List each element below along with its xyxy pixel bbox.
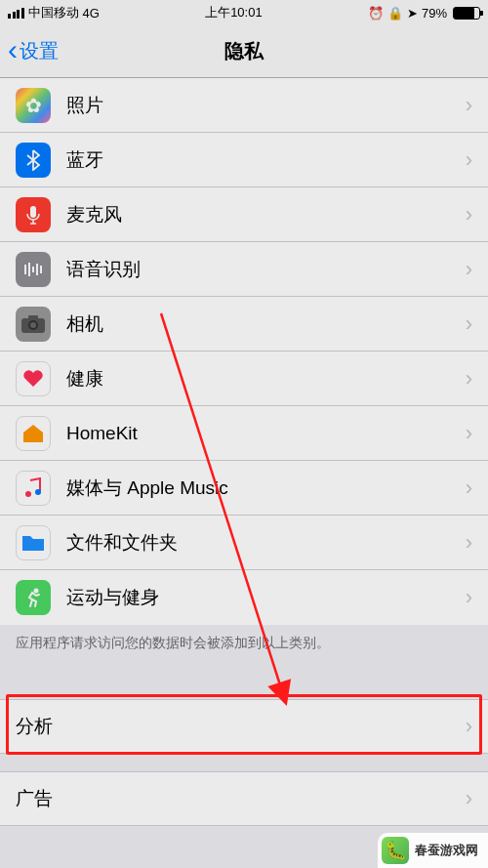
row-label: 分析 xyxy=(16,714,466,739)
row-label: 媒体与 Apple Music xyxy=(66,475,466,501)
speech-icon xyxy=(16,252,51,287)
chevron-right-icon: › xyxy=(466,93,472,118)
chevron-right-icon: › xyxy=(466,475,472,501)
row-label: 广告 xyxy=(16,786,466,811)
row-label: 麦克风 xyxy=(66,202,466,227)
row-health[interactable]: 健康 › xyxy=(0,351,488,406)
watermark-icon: 🐛 xyxy=(382,837,409,864)
camera-icon xyxy=(16,307,51,342)
svg-rect-1 xyxy=(24,265,26,274)
alarm-icon: ⏰ xyxy=(368,6,384,21)
row-camera[interactable]: 相机 › xyxy=(0,297,488,351)
chevron-right-icon: › xyxy=(466,147,472,173)
fitness-icon xyxy=(16,580,51,615)
page-title: 隐私 xyxy=(0,38,488,64)
row-files[interactable]: 文件和文件夹 › xyxy=(0,516,488,570)
chevron-right-icon: › xyxy=(466,530,472,556)
svg-rect-3 xyxy=(32,267,34,272)
row-label: HomeKit xyxy=(66,423,466,444)
time-label: 上午10:01 xyxy=(205,4,263,21)
row-label: 语音识别 xyxy=(66,257,466,282)
chevron-right-icon: › xyxy=(466,202,472,227)
chevron-right-icon: › xyxy=(466,714,472,739)
privacy-list: ✿ 照片 › 蓝牙 › 麦克风 › 语音识别 › 相机 › 健康 › HomeK… xyxy=(0,78,488,625)
music-icon xyxy=(16,471,51,506)
svg-point-10 xyxy=(25,491,31,497)
chevron-right-icon: › xyxy=(466,421,472,446)
row-homekit[interactable]: HomeKit › xyxy=(0,406,488,461)
network-label: 4G xyxy=(83,6,100,21)
microphone-icon xyxy=(16,197,51,232)
chevron-right-icon: › xyxy=(466,311,472,337)
battery-pct: 79% xyxy=(422,6,447,21)
battery-icon xyxy=(453,7,480,20)
footer-text: 应用程序请求访问您的数据时会被添加到以上类别。 xyxy=(0,625,488,672)
svg-point-9 xyxy=(30,322,36,328)
homekit-icon xyxy=(16,416,51,451)
chevron-right-icon: › xyxy=(466,585,472,610)
svg-rect-2 xyxy=(28,263,30,276)
carrier-label: 中国移动 xyxy=(28,4,79,21)
row-label: 蓝牙 xyxy=(66,147,466,173)
chevron-right-icon: › xyxy=(466,786,472,811)
svg-point-12 xyxy=(34,589,39,594)
svg-rect-4 xyxy=(36,264,38,275)
row-analytics[interactable]: 分析 › xyxy=(0,699,488,754)
svg-rect-0 xyxy=(30,206,36,218)
row-microphone[interactable]: 麦克风 › xyxy=(0,187,488,242)
row-media[interactable]: 媒体与 Apple Music › xyxy=(0,461,488,516)
row-label: 相机 xyxy=(66,311,466,337)
chevron-left-icon: ‹ xyxy=(8,35,18,64)
row-ads[interactable]: 广告 › xyxy=(0,771,488,826)
svg-rect-7 xyxy=(28,315,38,319)
chevron-right-icon: › xyxy=(466,366,472,392)
location-icon: ➤ xyxy=(407,6,418,21)
status-bar: 中国移动 4G 上午10:01 ⏰ 🔒 ➤ 79% xyxy=(0,0,488,25)
chevron-right-icon: › xyxy=(466,257,472,282)
watermark: 🐛 春蚕游戏网 xyxy=(378,833,488,868)
files-icon xyxy=(16,525,51,560)
row-label: 健康 xyxy=(66,366,466,392)
lock-icon: 🔒 xyxy=(387,6,403,21)
signal-icon xyxy=(8,8,24,19)
svg-point-11 xyxy=(35,489,41,495)
row-fitness[interactable]: 运动与健身 › xyxy=(0,570,488,625)
health-icon xyxy=(16,361,51,396)
row-bluetooth[interactable]: 蓝牙 › xyxy=(0,133,488,187)
back-label: 设置 xyxy=(20,38,59,64)
row-label: 运动与健身 xyxy=(66,585,466,610)
svg-rect-5 xyxy=(40,266,42,273)
nav-bar: ‹ 设置 隐私 xyxy=(0,25,488,78)
bluetooth-icon xyxy=(16,143,51,178)
photos-icon: ✿ xyxy=(16,88,51,123)
watermark-text: 春蚕游戏网 xyxy=(415,842,478,859)
row-label: 文件和文件夹 xyxy=(66,530,466,556)
row-label: 照片 xyxy=(66,93,466,118)
back-button[interactable]: ‹ 设置 xyxy=(0,38,59,64)
row-speech[interactable]: 语音识别 › xyxy=(0,242,488,297)
row-photos[interactable]: ✿ 照片 › xyxy=(0,78,488,133)
